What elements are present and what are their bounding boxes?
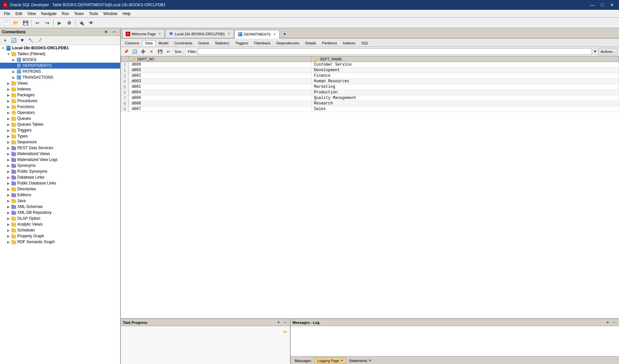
insert-row-button[interactable]: ➕ [139,48,147,55]
tree-materialized-view-logs[interactable]: ▶ Materialized View Logs [0,157,120,163]
departments-tab-close[interactable]: ✕ [273,32,276,36]
new-file-button[interactable]: 📄 [1,19,10,27]
commit-button[interactable]: 💾 [156,48,164,55]
tree-tables-filtered[interactable]: ▼ Tables (Filtered) [0,51,120,57]
table-row[interactable]: 8 d008 Research [121,101,619,106]
tree-scheduler[interactable]: ▶ Scheduler [0,227,120,233]
messages-close-button[interactable]: ✕ [605,320,611,325]
tab-dropdown-button[interactable]: ▼ [280,30,289,38]
minimize-button[interactable]: — [588,2,597,8]
menu-team[interactable]: Team [71,11,86,17]
tree-directories[interactable]: ▶ Directories [0,186,120,192]
tree-analytic-views[interactable]: ▶ Analytic Views [0,221,120,227]
tree-synonyms[interactable]: ▶ Synonyms [0,163,120,168]
tab-departments[interactable]: DEPARTMENTS ✕ [234,30,279,39]
rollback-button[interactable]: ↩ [165,48,172,55]
filter-connections-button[interactable]: ▼ [18,37,26,44]
refresh-connections-button[interactable]: 🔄 [10,37,18,44]
menu-edit[interactable]: Edit [13,11,25,17]
tab-columns[interactable]: Columns [122,40,142,46]
books-toggle[interactable]: ▶ [11,58,16,62]
tree-views[interactable]: ▶ Views [0,80,120,86]
tree-property-graph[interactable]: ▶ Property Graph [0,233,120,239]
menu-view[interactable]: View [25,11,39,17]
tab-triggers[interactable]: Triggers [232,40,251,46]
tree-triggers[interactable]: ▶ Triggers [0,127,120,133]
tab-welcome[interactable]: S Welcome Page ✕ [122,29,165,38]
tree-queues-tables[interactable]: ▶ Queues Tables [0,121,120,127]
filter-dropdown-button[interactable]: ▼ [593,48,598,55]
tree-rest-data-services[interactable]: ▶ REST Data Services [0,145,120,151]
dept-no-header[interactable]: 🔑 DEPT_NO [129,56,311,62]
depts-toggle[interactable]: ▶ [11,64,16,68]
sort-button[interactable]: Sort... [173,48,186,55]
run-button[interactable]: ▶ [55,19,64,27]
table-row[interactable]: 3 d002 Finance [121,73,619,79]
menu-tools[interactable]: Tools [87,11,101,17]
delete-row-button[interactable]: ✕ [148,48,155,55]
task-minimize-button[interactable]: ─ [282,320,288,325]
tree-departments-table[interactable]: ▶ DEPARTMENTS [0,63,120,69]
tab-grants[interactable]: Grants [195,40,212,46]
table-row[interactable]: 4 d003 Human Resources [121,79,619,84]
tab-indexes[interactable]: Indexes [340,40,358,46]
data-grid[interactable]: 🔑 DEPT_NO 🔑 DEPT_NAME 1 d009 Customer Se… [121,56,619,318]
watch-button[interactable]: 👁 [87,19,96,27]
tree-procedures[interactable]: ▶ Procedures [0,98,120,104]
tree-types[interactable]: ▶ Types [0,133,120,139]
menu-run[interactable]: Run [59,11,71,17]
tab-dependencies[interactable]: Dependencies [273,40,302,46]
patrons-toggle[interactable]: ▶ [11,70,16,73]
connect-button[interactable]: 🔌 [77,19,86,27]
tab-connection[interactable]: Local-19c-BOOKS-ORCLPDB1 ✕ [165,29,233,38]
msg-tab-statements[interactable]: Statements ✕ [346,357,374,364]
filter-input[interactable] [198,48,592,55]
root-toggle[interactable]: ▼ [1,46,6,50]
tree-materialized-views[interactable]: ▶ Materialized Views [0,151,120,157]
redo-button[interactable]: ↪ [43,19,52,27]
table-row[interactable]: 9 d007 Sales [121,106,619,112]
freeze-button[interactable]: 📌 [122,48,130,55]
menu-help[interactable]: Help [120,11,133,17]
welcome-tab-close[interactable]: ✕ [158,32,161,36]
tree-editions[interactable]: ▶ Editions [0,192,120,198]
tree-books-table[interactable]: ▶ BOOKS [0,57,120,63]
tab-sql[interactable]: SQL [358,40,372,46]
statements-tab-close[interactable]: ✕ [369,359,371,362]
tab-constraints[interactable]: Constraints [171,40,196,46]
menu-window[interactable]: Window [101,11,120,17]
connections-close-button[interactable]: ✕ [102,28,110,36]
tree-rdf-semantic[interactable]: ▶ RDF Semantic Graph [0,239,120,245]
tab-details[interactable]: Details [302,40,319,46]
tables-toggle[interactable]: ▼ [6,52,11,56]
sql-worksheet-button[interactable]: 📝 [35,37,43,44]
tree-java[interactable]: ▶ Java [0,198,120,204]
tab-model[interactable]: Model [156,40,171,46]
close-button[interactable]: ✕ [608,2,616,8]
tab-partitions[interactable]: Partitions [319,40,340,46]
tree-sequences[interactable]: ▶ Sequences [0,139,120,145]
open-button[interactable]: 📂 [11,19,20,27]
menu-navigate[interactable]: Navigate [39,11,59,17]
tree-patrons-table[interactable]: ▶ PATRONS [0,69,120,74]
tree-olap-option[interactable]: ▶ OLAP Option [0,215,120,221]
tree-packages[interactable]: ▶ Packages [0,92,120,98]
messages-minimize-button[interactable]: ─ [611,320,617,325]
msg-tab-messages[interactable]: Messages [292,357,314,364]
tree-public-database-links[interactable]: ▶ Public Database Links [0,180,120,186]
table-row[interactable]: 5 d001 Marketing [121,84,619,90]
tree-queues[interactable]: ▶ Queues [0,116,120,121]
undo-button[interactable]: ↩ [33,19,42,27]
table-row[interactable]: 6 d004 Production [121,90,619,95]
dept-name-header[interactable]: 🔑 DEPT_NAME [311,56,619,62]
properties-button[interactable]: 🔧 [27,37,35,44]
tree-operators[interactable]: ▶ Operators [0,110,120,116]
tab-flashback[interactable]: Flashback [251,40,273,46]
tree-xml-schemas[interactable]: ▶ XML Schemas [0,204,120,210]
tree-indexes[interactable]: ▶ Indexes [0,86,120,92]
connection-tab-close[interactable]: ✕ [228,32,230,36]
tree-database-links[interactable]: ▶ Database Links [0,174,120,180]
save-button[interactable]: 💾 [21,19,30,27]
logging-tab-close[interactable]: ✕ [341,359,343,362]
maximize-button[interactable]: □ [598,2,607,8]
